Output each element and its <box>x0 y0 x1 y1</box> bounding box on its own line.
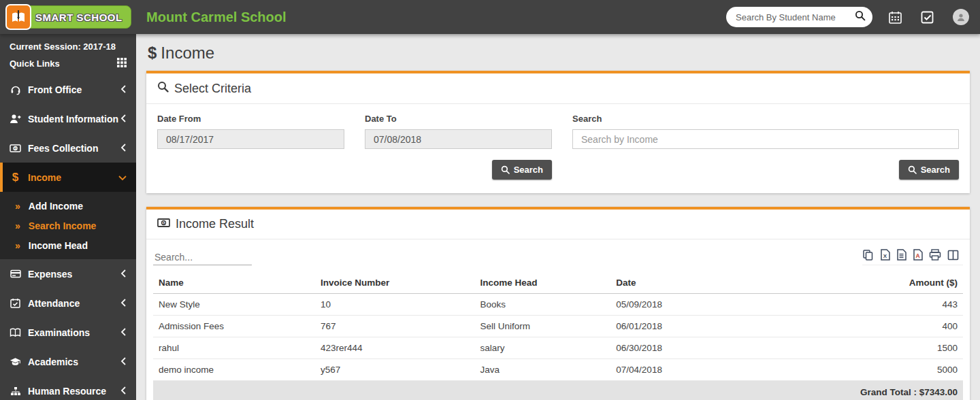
sidebar-item-attendance[interactable]: Attendance <box>0 288 136 318</box>
column-header-income-head[interactable]: Income Head <box>474 272 610 294</box>
chevron-down-icon <box>118 172 127 183</box>
student-search-box[interactable] <box>726 7 872 27</box>
cell-amount: 1500 <box>797 337 963 359</box>
double-chevron-icon: » <box>15 220 20 231</box>
chevron-left-icon <box>120 356 127 367</box>
columns-icon[interactable] <box>947 250 959 261</box>
sidebar-item-label: Student Information <box>28 114 120 124</box>
income-search-field: Search <box>572 114 959 149</box>
book-logo-icon <box>5 4 31 30</box>
cell-income-head: Books <box>474 294 610 316</box>
sidebar-item-income[interactable]: $ Income <box>0 163 136 192</box>
income-search-button[interactable]: Search <box>899 160 959 180</box>
cell-invoice: 423rer444 <box>315 337 474 359</box>
column-header-date[interactable]: Date <box>610 272 797 294</box>
sidebar-item-label: Front Office <box>28 84 120 95</box>
cell-income-head: salary <box>474 337 610 359</box>
income-submenu: » Add Income » Search Income » Income He… <box>0 192 136 259</box>
sidebar-item-human-resource[interactable]: Human Resource <box>0 376 136 400</box>
logo-text: SMART SCHOOL <box>35 12 122 23</box>
sidebar-item-expenses[interactable]: Expenses <box>0 259 136 288</box>
graduation-cap-icon <box>10 356 21 367</box>
calendar-icon[interactable] <box>889 11 902 24</box>
income-search-input[interactable] <box>572 129 959 149</box>
page-title: $Income <box>148 44 970 63</box>
sidebar-subitem-add-income[interactable]: » Add Income <box>0 196 136 216</box>
grand-total-value: Grand Total : $7343.00 <box>153 381 963 400</box>
logo-zone[interactable]: SMART SCHOOL <box>0 5 136 29</box>
chevron-left-icon <box>120 143 127 154</box>
column-header-amount[interactable]: Amount ($) <box>797 272 963 294</box>
sidebar-item-label: Examinations <box>28 327 120 338</box>
sidebar-item-label: Income <box>28 172 118 183</box>
sidebar-nav: Current Session: 2017-18 Quick Links Fro… <box>0 34 136 400</box>
print-icon[interactable] <box>929 249 941 261</box>
school-name-title: Mount Carmel School <box>146 10 726 25</box>
date-from-input[interactable] <box>157 129 344 149</box>
date-to-input[interactable] <box>365 129 552 149</box>
student-search-input[interactable] <box>736 12 855 22</box>
sidebar-subitem-search-income[interactable]: » Search Income <box>0 216 136 235</box>
cell-invoice: 767 <box>315 316 474 337</box>
table-search-input[interactable] <box>153 250 252 265</box>
table-toolbar: X A <box>146 239 970 269</box>
column-header-invoice-number[interactable]: Invoice Number <box>315 272 474 294</box>
open-book-icon <box>10 327 21 338</box>
income-result-panel: $ Income Result X <box>146 207 970 400</box>
grand-total-row: Grand Total : $7343.00 <box>153 381 963 400</box>
excel-icon[interactable]: X <box>880 249 890 261</box>
date-search-button[interactable]: Search <box>492 160 552 180</box>
chevron-left-icon <box>120 269 127 280</box>
dollar-icon: $ <box>148 44 157 62</box>
sidebar-item-student-information[interactable]: Student Information <box>0 104 136 133</box>
cell-date: 06/30/2018 <box>610 337 797 359</box>
cell-amount: 400 <box>797 316 963 337</box>
income-result-title: Income Result <box>176 217 254 231</box>
table-row: rahul 423rer444 salary 06/30/2018 1500 <box>153 337 963 359</box>
table-header-row: Name Invoice Number Income Head Date Amo… <box>153 272 963 294</box>
pdf-icon[interactable]: A <box>913 249 923 261</box>
cell-date: 07/04/2018 <box>610 359 797 381</box>
subitem-label: Add Income <box>29 201 83 212</box>
column-header-name[interactable]: Name <box>153 272 315 294</box>
double-chevron-icon: » <box>15 201 20 212</box>
copy-icon[interactable] <box>862 249 874 261</box>
search-icon[interactable] <box>855 10 866 24</box>
cell-amount: 5000 <box>797 359 963 381</box>
sidebar-subitem-income-head[interactable]: » Income Head <box>0 235 136 255</box>
date-from-field: Date From <box>157 114 344 149</box>
table-row: New Style 10 Books 05/09/2018 443 <box>153 294 963 316</box>
user-plus-icon <box>10 113 21 124</box>
grid-icon[interactable] <box>117 58 127 69</box>
svg-text:X: X <box>883 253 887 259</box>
cell-name: demo income <box>153 359 315 381</box>
sidebar-item-label: Human Resource <box>28 386 120 397</box>
smart-school-logo[interactable]: SMART SCHOOL <box>5 5 131 29</box>
sidebar-item-academics[interactable]: Academics <box>0 347 136 376</box>
sidebar-item-front-office[interactable]: Front Office <box>0 75 136 104</box>
sitemap-icon <box>10 385 21 397</box>
table-row: demo income y567 Java 07/04/2018 5000 <box>153 359 963 381</box>
cell-invoice: y567 <box>315 359 474 381</box>
csv-icon[interactable] <box>896 249 906 261</box>
user-avatar[interactable] <box>953 9 969 25</box>
income-table-wrap: Name Invoice Number Income Head Date Amo… <box>146 269 970 400</box>
credit-card-icon <box>10 268 21 280</box>
current-session-label: Current Session: 2017-18 <box>0 34 136 52</box>
income-result-header: $ Income Result <box>146 210 970 239</box>
chevron-left-icon <box>120 386 127 397</box>
export-toolbar: X A <box>862 249 963 265</box>
cell-invoice: 10 <box>315 294 474 316</box>
subitem-label: Income Head <box>29 240 88 251</box>
select-criteria-title: Select Criteria <box>174 82 251 96</box>
svg-text:$: $ <box>14 146 16 150</box>
cell-income-head: Java <box>474 359 610 381</box>
cell-name: Admission Fees <box>153 316 315 337</box>
sidebar-item-examinations[interactable]: Examinations <box>0 318 136 347</box>
search-icon <box>157 81 169 96</box>
tasks-icon[interactable] <box>921 11 934 24</box>
quick-links[interactable]: Quick Links <box>0 52 136 75</box>
subitem-label: Search Income <box>29 220 97 231</box>
sidebar-item-fees-collection[interactable]: $ Fees Collection <box>0 133 136 163</box>
cell-date: 06/01/2018 <box>610 316 797 337</box>
